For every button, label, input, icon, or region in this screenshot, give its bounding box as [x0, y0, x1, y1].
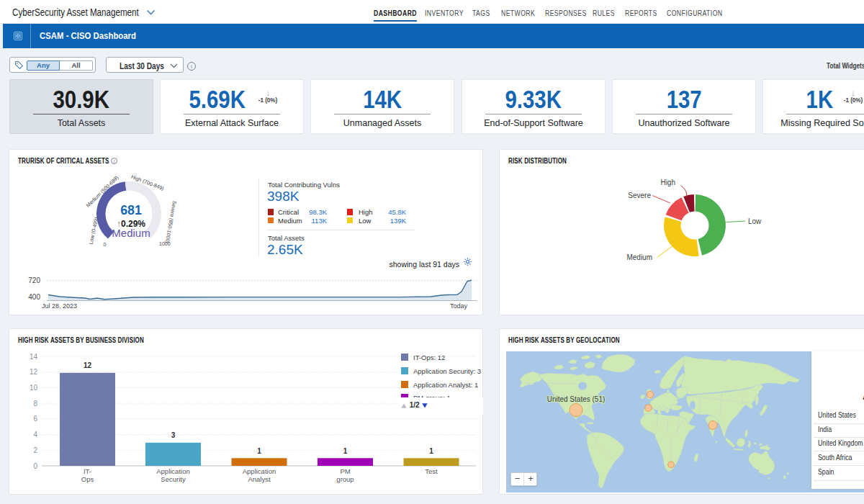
svg-text:4: 4 [33, 431, 37, 438]
svg-text:10: 10 [30, 384, 38, 392]
svg-text:Medium: Medium [626, 253, 652, 261]
svg-text:Today: Today [450, 302, 468, 310]
svg-text:Ops: Ops [81, 475, 94, 483]
svg-text:Analyst: Analyst [248, 475, 271, 483]
svg-text:Application: Application [243, 467, 276, 475]
svg-text:1: 1 [429, 447, 433, 455]
svg-text:Application: Application [156, 467, 189, 475]
svg-text:12: 12 [84, 361, 92, 369]
svg-text:1000: 1000 [159, 241, 171, 246]
svg-text:0: 0 [33, 462, 37, 470]
svg-text:8: 8 [33, 400, 37, 408]
svg-text:group: group [336, 475, 354, 483]
svg-text:400: 400 [28, 293, 40, 301]
svg-text:2: 2 [33, 446, 37, 454]
svg-text:12: 12 [30, 368, 38, 376]
svg-text:Jul 28, 2023: Jul 28, 2023 [42, 302, 77, 310]
svg-text:14: 14 [30, 353, 38, 361]
svg-text:720: 720 [28, 276, 40, 284]
svg-text:IT-: IT- [84, 467, 91, 475]
svg-text:PM: PM [340, 467, 350, 475]
svg-text:0: 0 [104, 242, 107, 247]
svg-text:3: 3 [171, 431, 176, 439]
svg-text:Severe: Severe [628, 192, 651, 199]
svg-text:Test: Test [425, 467, 438, 475]
svg-text:Security: Security [161, 475, 186, 483]
svg-text:Low: Low [748, 217, 762, 225]
svg-text:High: High [660, 179, 675, 186]
svg-text:6: 6 [33, 415, 37, 423]
svg-text:1: 1 [343, 447, 348, 455]
svg-text:1: 1 [257, 447, 261, 455]
svg-text:United States (51): United States (51) [547, 395, 606, 403]
